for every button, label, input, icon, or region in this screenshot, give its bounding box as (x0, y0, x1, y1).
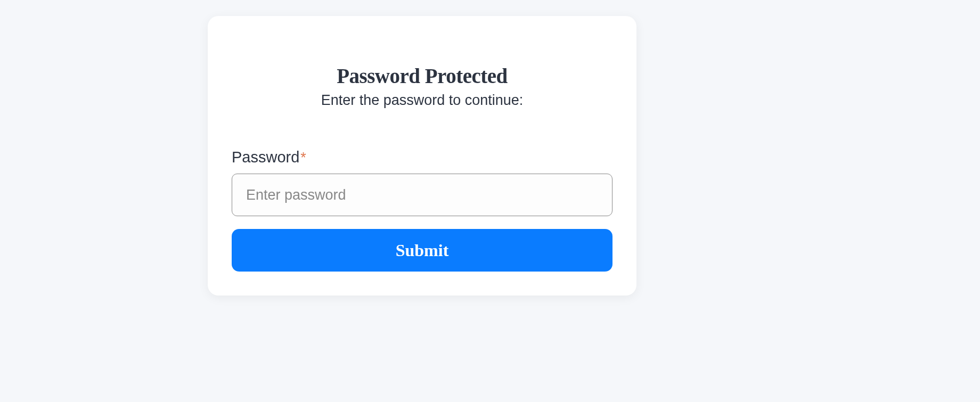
password-label: Password (232, 149, 299, 166)
page-title: Password Protected (232, 64, 612, 88)
password-label-row: Password * (232, 149, 612, 166)
password-input[interactable] (232, 174, 612, 216)
submit-button[interactable]: Submit (232, 229, 612, 272)
password-card: Password Protected Enter the password to… (208, 16, 636, 296)
page-subtitle: Enter the password to continue: (232, 92, 612, 109)
required-indicator: * (300, 150, 306, 166)
